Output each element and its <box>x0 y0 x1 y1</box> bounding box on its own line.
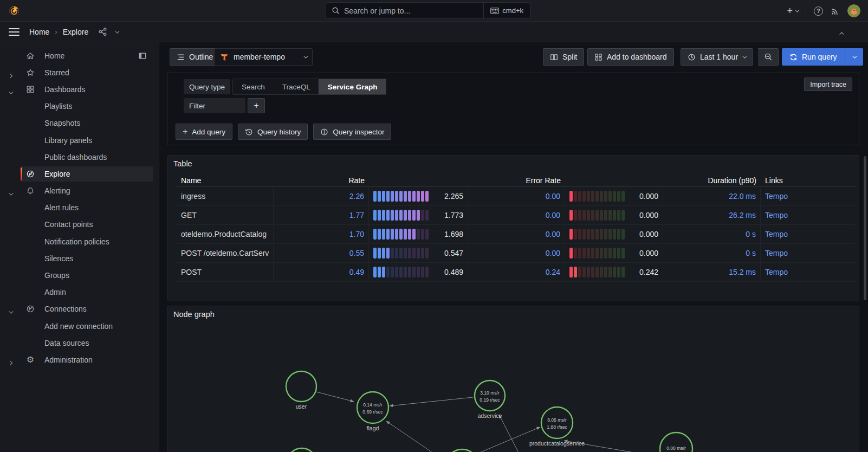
col-rate[interactable]: Rate <box>274 174 369 187</box>
cell-duration[interactable]: 0 s <box>663 244 761 263</box>
cell-link[interactable]: Tempo <box>761 187 856 206</box>
new-menu-button[interactable]: + <box>787 6 798 16</box>
sidebar-item-add-new-connection[interactable]: Add new connection <box>0 318 159 334</box>
search-input[interactable]: Search or jump to... cmd+k <box>326 2 530 19</box>
add-to-dashboard-button[interactable]: Add to dashboard <box>587 48 674 66</box>
split-button[interactable]: Split <box>543 48 584 66</box>
col-duration[interactable]: Duration (p90) <box>663 174 761 187</box>
cell-duration[interactable]: 26.2 ms <box>663 206 761 225</box>
cell-duration[interactable]: 0 s <box>663 225 761 244</box>
import-trace-button[interactable]: Import trace <box>804 78 852 91</box>
cell-error-rate[interactable]: 0.00 <box>468 206 565 225</box>
cell-link[interactable]: Tempo <box>761 263 856 282</box>
datasource-picker[interactable]: member-tempo <box>214 48 313 66</box>
node-adservice[interactable]: 3.10 ms/r0.19 r/secadservice <box>475 380 505 419</box>
sidebar-item-dashboards[interactable]: Dashboards <box>0 81 159 98</box>
cell-error-rate[interactable]: 0.00 <box>468 187 565 206</box>
tab-traceql[interactable]: TraceQL <box>274 79 319 94</box>
sidebar-item-admin[interactable]: Admin <box>0 284 159 301</box>
cell-rate[interactable]: 0.49 <box>274 263 369 282</box>
node-productcatalogservice[interactable]: 8.05 ms/r1.88 r/secproductcatalogservice <box>529 407 585 447</box>
breadcrumb-home[interactable]: Home <box>29 28 49 36</box>
run-query-dropdown[interactable] <box>845 48 863 66</box>
add-filter-button[interactable]: + <box>248 98 265 113</box>
user-avatar[interactable] <box>847 4 860 17</box>
cell-link[interactable]: Tempo <box>761 225 856 244</box>
sidebar-item-explore[interactable]: Explore <box>0 165 159 182</box>
sidebar-item-snapshots[interactable]: Snapshots <box>0 115 159 132</box>
cell-error-rate[interactable]: 0.24 <box>468 263 565 282</box>
cell-link[interactable]: Tempo <box>761 244 856 263</box>
scrollbar[interactable] <box>864 156 866 300</box>
node-graph-edge <box>316 392 354 402</box>
cell-name[interactable]: GET <box>177 206 274 225</box>
outline-button[interactable]: Outline <box>170 48 220 66</box>
query-inspector-button[interactable]: Query inspector <box>313 124 391 140</box>
sidebar-item-silences[interactable]: Silences <box>0 250 159 267</box>
cell-name[interactable]: POST /oteldemo.CartServ <box>177 244 274 263</box>
cell-duration[interactable]: 22.0 ms <box>663 187 761 206</box>
chevron-down-icon[interactable] <box>9 307 12 315</box>
node-flagd[interactable]: 0.14 ms/r0.69 r/secflagd <box>357 392 388 431</box>
sidebar-item-administration[interactable]: ⚙Administration <box>0 351 159 368</box>
sidebar-item-starred[interactable]: Starred <box>0 64 159 81</box>
menu-toggle-button[interactable] <box>9 26 20 38</box>
dock-icon[interactable] <box>138 51 147 60</box>
table-panel-title[interactable]: Table <box>168 156 859 172</box>
breadcrumb-current[interactable]: Explore <box>63 28 88 36</box>
tab-service-graph[interactable]: Service Graph <box>319 79 386 94</box>
node-graph-canvas[interactable]: user0.14 ms/r0.69 r/secflagd3.10 ms/r0.1… <box>168 319 859 452</box>
collapse-section-button[interactable] <box>841 28 844 37</box>
gauge-value: 0.000 <box>639 230 658 238</box>
chevron-down-icon[interactable] <box>9 189 12 197</box>
news-button[interactable] <box>831 7 840 16</box>
sidebar-item-playlists[interactable]: Playlists <box>0 98 159 115</box>
tab-search[interactable]: Search <box>233 79 274 94</box>
sidebar-item-contact-points[interactable]: Contact points <box>0 216 159 233</box>
cell-error-rate[interactable]: 0.00 <box>468 244 565 263</box>
cell-rate[interactable]: 2.26 <box>274 187 369 206</box>
help-button[interactable]: ? <box>814 7 823 16</box>
run-query-button[interactable]: Run query <box>782 48 863 66</box>
cell-duration[interactable]: 15.2 ms <box>663 263 761 282</box>
sidebar-item-data-sources[interactable]: Data sources <box>0 334 159 351</box>
cell-rate[interactable]: 1.77 <box>274 206 369 225</box>
chevron-right-icon[interactable] <box>9 358 12 366</box>
gauge-value: 0.242 <box>639 268 658 276</box>
col-links[interactable]: Links <box>761 174 856 187</box>
cell-error-gauge: 0.000 <box>565 187 663 206</box>
share-icon[interactable] <box>98 27 107 36</box>
zoom-out-button[interactable] <box>758 48 779 66</box>
node-partial[interactable] <box>287 448 317 452</box>
node-partial[interactable]: 0.00 ms/r <box>660 432 692 452</box>
sidebar-item-connections[interactable]: Connections <box>0 301 159 318</box>
cell-name[interactable]: oteldemo.ProductCatalog <box>177 225 274 244</box>
sidebar-item-home[interactable]: Home <box>0 47 159 64</box>
query-history-button[interactable]: Query history <box>238 124 308 140</box>
chevron-down-icon[interactable] <box>9 87 12 96</box>
cell-name[interactable]: ingress <box>177 187 274 206</box>
cell-name[interactable]: POST <box>177 263 274 282</box>
cell-error-rate[interactable]: 0.00 <box>468 225 565 244</box>
grafana-logo[interactable] <box>8 4 21 17</box>
node-partial[interactable] <box>446 449 478 452</box>
sidebar-item-groups[interactable]: Groups <box>0 267 159 283</box>
node-user[interactable]: user <box>286 371 316 410</box>
sidebar-item-alert-rules[interactable]: Alert rules <box>0 199 159 216</box>
home-icon <box>26 51 35 60</box>
add-query-button[interactable]: + Add query <box>176 124 232 140</box>
time-range-picker[interactable]: Last 1 hour <box>681 48 753 66</box>
cell-link[interactable]: Tempo <box>761 206 856 225</box>
sidebar-item-alerting[interactable]: Alerting <box>0 183 159 199</box>
sidebar-item-notification-policies[interactable]: Notification policies <box>0 233 159 250</box>
chevron-down-icon[interactable] <box>115 29 119 33</box>
col-error-rate[interactable]: Error Rate <box>468 174 565 187</box>
cell-rate[interactable]: 0.55 <box>274 244 369 263</box>
sidebar-item-public-dashboards[interactable]: Public dashboards <box>0 148 159 165</box>
cell-rate[interactable]: 1.70 <box>274 225 369 244</box>
col-name[interactable]: Name <box>177 174 274 187</box>
chevron-right-icon[interactable] <box>9 70 12 79</box>
bar-gauge <box>373 229 429 240</box>
sidebar-item-label: Groups <box>44 271 69 280</box>
sidebar-item-library-panels[interactable]: Library panels <box>0 132 159 148</box>
